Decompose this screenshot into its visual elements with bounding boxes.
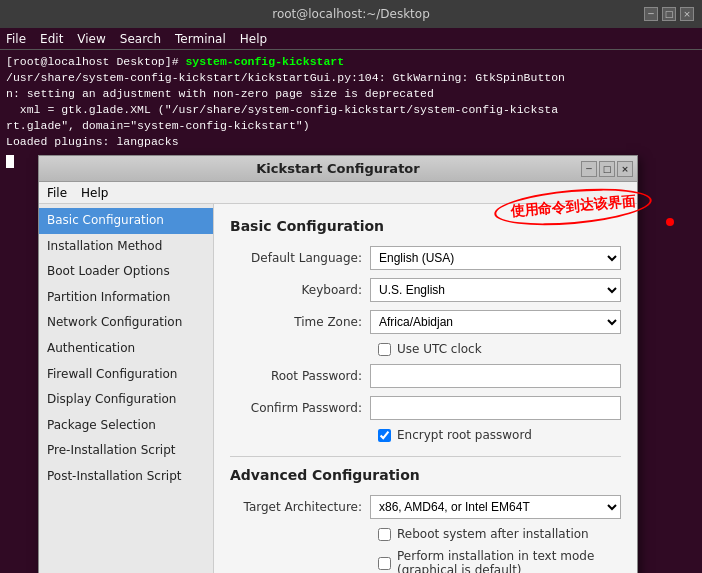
textmode-checkbox[interactable] [378,557,391,570]
terminal-line-1: [root@localhost Desktop]# system-config-… [6,54,696,70]
dialog-close-button[interactable]: × [617,161,633,177]
utc-checkbox-row: Use UTC clock [230,342,621,356]
arch-control: x86, AMD64, or Intel EM64T [370,495,621,519]
dialog-menubar: File Help [39,182,637,204]
terminal-menu-file[interactable]: File [6,32,26,46]
section-separator [230,456,621,457]
sidebar-item-display-configuration[interactable]: Display Configuration [39,387,213,413]
sidebar-item-firewall-configuration[interactable]: Firewall Configuration [39,362,213,388]
sidebar-item-post-installation-script[interactable]: Post-Installation Script [39,464,213,490]
keyboard-row: Keyboard: U.S. English [230,278,621,302]
terminal-line-3: n: setting an adjustment with non-zero p… [6,86,696,102]
sidebar-item-boot-loader-options[interactable]: Boot Loader Options [39,259,213,285]
terminal-minimize-button[interactable]: ─ [644,7,658,21]
utc-checkbox[interactable] [378,343,391,356]
main-content: Basic Configuration Default Language: En… [214,204,637,573]
sidebar-item-partition-information[interactable]: Partition Information [39,285,213,311]
terminal-cursor [6,155,14,168]
sidebar-item-pre-installation-script[interactable]: Pre-Installation Script [39,438,213,464]
default-language-control: English (USA) [370,246,621,270]
dialog-title: Kickstart Configurator [256,161,419,176]
section2-title: Advanced Configuration [230,467,621,483]
terminal-menu-search[interactable]: Search [120,32,161,46]
terminal-menu-terminal[interactable]: Terminal [175,32,226,46]
timezone-label: Time Zone: [230,315,370,329]
sidebar: Basic Configuration Installation Method … [39,204,214,573]
arch-select[interactable]: x86, AMD64, or Intel EM64T [370,495,621,519]
utc-label: Use UTC clock [397,342,482,356]
timezone-select[interactable]: Africa/Abidjan [370,310,621,334]
terminal-titlebar: root@localhost:~/Desktop ─ □ × [0,0,702,28]
terminal-title: root@localhost:~/Desktop [272,7,430,21]
kickstart-dialog: Kickstart Configurator ─ □ × File Help B… [38,155,638,573]
sidebar-item-installation-method[interactable]: Installation Method [39,234,213,260]
dialog-menu-help[interactable]: Help [81,186,108,200]
sidebar-item-authentication[interactable]: Authentication [39,336,213,362]
terminal-line-4: xml = gtk.glade.XML ("/usr/share/system-… [6,102,696,118]
root-password-label: Root Password: [230,369,370,383]
arch-label: Target Architecture: [230,500,370,514]
default-language-label: Default Language: [230,251,370,265]
sidebar-item-network-configuration[interactable]: Network Configuration [39,310,213,336]
textmode-label: Perform installation in text mode (graph… [397,549,621,573]
default-language-row: Default Language: English (USA) [230,246,621,270]
dialog-body: Basic Configuration Installation Method … [39,204,637,573]
default-language-select[interactable]: English (USA) [370,246,621,270]
sidebar-item-basic-configuration[interactable]: Basic Configuration [39,208,213,234]
dialog-titlebar-buttons: ─ □ × [581,161,633,177]
encrypt-checkbox[interactable] [378,429,391,442]
dialog-titlebar: Kickstart Configurator ─ □ × [39,156,637,182]
sidebar-item-package-selection[interactable]: Package Selection [39,413,213,439]
terminal-menu-edit[interactable]: Edit [40,32,63,46]
confirm-password-input[interactable] [370,396,621,420]
keyboard-select[interactable]: U.S. English [370,278,621,302]
confirm-password-label: Confirm Password: [230,401,370,415]
root-password-control [370,364,621,388]
root-password-input[interactable] [370,364,621,388]
encrypt-label: Encrypt root password [397,428,532,442]
encrypt-checkbox-row: Encrypt root password [230,428,621,442]
reboot-checkbox-row: Reboot system after installation [230,527,621,541]
confirm-password-control [370,396,621,420]
dialog-menu-file[interactable]: File [47,186,67,200]
terminal-buttons: ─ □ × [644,7,694,21]
root-password-row: Root Password: [230,364,621,388]
terminal-close-button[interactable]: × [680,7,694,21]
terminal-menubar: File Edit View Search Terminal Help [0,28,702,50]
keyboard-label: Keyboard: [230,283,370,297]
keyboard-control: U.S. English [370,278,621,302]
section1-title: Basic Configuration [230,218,621,234]
annotation-dot [666,218,674,226]
terminal-line-6: Loaded plugins: langpacks [6,134,696,150]
confirm-password-row: Confirm Password: [230,396,621,420]
terminal-menu-view[interactable]: View [77,32,105,46]
dialog-maximize-button[interactable]: □ [599,161,615,177]
timezone-control: Africa/Abidjan [370,310,621,334]
terminal-content: [root@localhost Desktop]# system-config-… [0,50,702,172]
arch-row: Target Architecture: x86, AMD64, or Inte… [230,495,621,519]
terminal-maximize-button[interactable]: □ [662,7,676,21]
terminal-line-5: rt.glade", domain="system-config-kicksta… [6,118,696,134]
terminal-line-2: /usr/share/system-config-kickstart/kicks… [6,70,696,86]
reboot-checkbox[interactable] [378,528,391,541]
dialog-minimize-button[interactable]: ─ [581,161,597,177]
textmode-checkbox-row: Perform installation in text mode (graph… [230,549,621,573]
timezone-row: Time Zone: Africa/Abidjan [230,310,621,334]
terminal-menu-help[interactable]: Help [240,32,267,46]
reboot-label: Reboot system after installation [397,527,589,541]
